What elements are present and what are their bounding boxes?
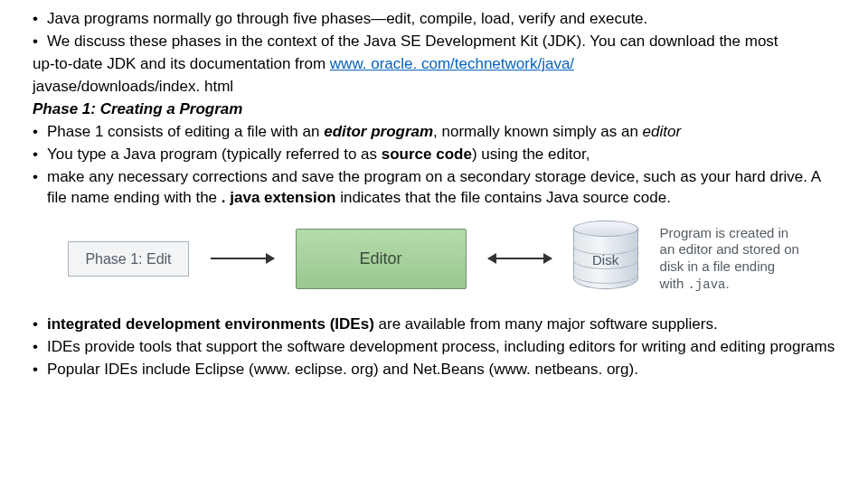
text: IDEs provide tools that support the soft… xyxy=(47,338,835,355)
bullet-item: make any necessary corrections and save … xyxy=(47,167,841,209)
text: Phase 1 consists of editing a file with … xyxy=(47,123,324,140)
disk-label: Disk xyxy=(573,251,638,269)
bullet-continuation: up-to-date JDK and its documentation fro… xyxy=(27,54,841,75)
text: . xyxy=(725,276,729,291)
code-text: .java xyxy=(687,277,725,292)
term: integrated development environments (IDE… xyxy=(47,315,374,333)
term: . java extension xyxy=(222,189,336,206)
phase1-bullet-list: Phase 1 consists of editing a file with … xyxy=(27,122,841,209)
disk-icon: Disk xyxy=(573,221,638,296)
bullet-item: Java programs normally go through five p… xyxy=(47,9,841,30)
bullet-item: IDEs provide tools that support the soft… xyxy=(47,337,841,358)
bullet-item: Popular IDEs include Eclipse (www. eclip… xyxy=(47,360,841,380)
text: up-to-date JDK and its documentation fro… xyxy=(33,55,330,72)
term: editor program xyxy=(324,123,433,140)
term: editor xyxy=(643,123,682,140)
bullet-continuation: javase/downloads/index. html xyxy=(27,77,841,98)
phase-label-box: Phase 1: Edit xyxy=(68,241,188,277)
text: Java programs normally go through five p… xyxy=(47,10,647,27)
top-bullet-list: Java programs normally go through five p… xyxy=(27,9,841,52)
arrow-double-icon xyxy=(488,258,552,259)
bullet-item: We discuss these phases in the context o… xyxy=(47,32,841,52)
text: Popular IDEs include Eclipse (www. eclip… xyxy=(47,361,638,378)
term: source code xyxy=(382,145,472,163)
editor-box: Editor xyxy=(296,229,467,288)
text: , normally known simply as an xyxy=(433,123,642,140)
bottom-bullet-list: integrated development environments (IDE… xyxy=(27,314,841,380)
bullet-item: You type a Java program (typically refer… xyxy=(47,145,841,165)
oracle-link[interactable]: www. oracle. com/technetwork/java/ xyxy=(330,55,574,72)
text: Program is created in an editor and stor… xyxy=(660,225,799,291)
bullet-item: Phase 1 consists of editing a file with … xyxy=(47,122,841,143)
diagram-caption: Program is created in an editor and stor… xyxy=(660,225,800,294)
phase-diagram: Phase 1: Edit Editor Disk Program is cre… xyxy=(63,221,805,296)
arrow-right-icon xyxy=(211,258,274,259)
phase-heading: Phase 1: Creating a Program xyxy=(27,99,841,120)
text: are available from many major software s… xyxy=(374,315,718,333)
bullet-item: integrated development environments (IDE… xyxy=(47,314,841,335)
text: indicates that the file contains Java so… xyxy=(335,189,670,206)
text: You type a Java program (typically refer… xyxy=(47,145,382,163)
text: We discuss these phases in the context o… xyxy=(47,33,778,50)
text: ) using the editor, xyxy=(472,145,590,163)
